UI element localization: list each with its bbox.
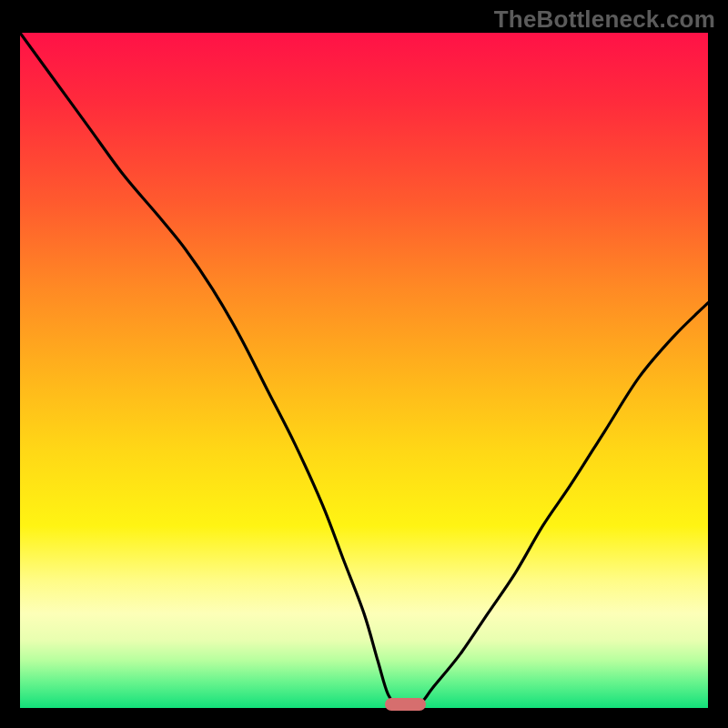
- plot-area: [20, 33, 708, 708]
- curve-svg: [20, 33, 708, 708]
- chart-frame: TheBottleneck.com: [0, 0, 728, 728]
- bottleneck-curve: [20, 33, 708, 705]
- watermark-text: TheBottleneck.com: [494, 5, 715, 34]
- optimal-marker: [385, 698, 426, 711]
